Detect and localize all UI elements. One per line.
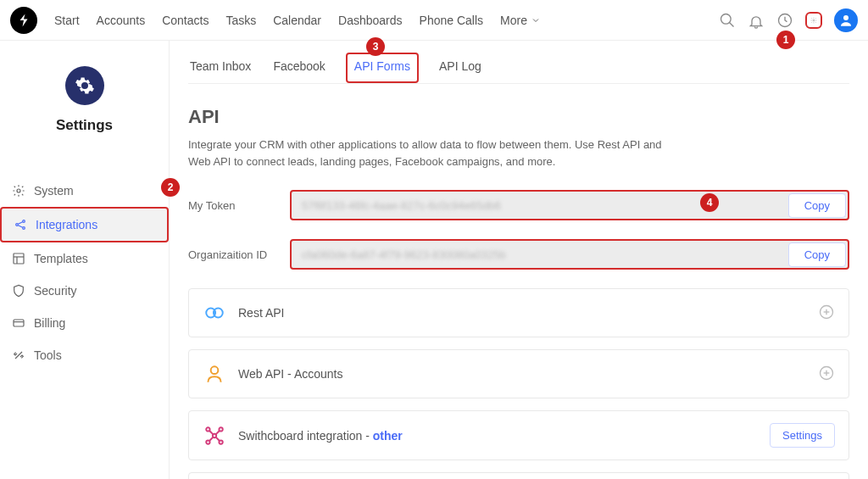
plus-circle-icon[interactable] (818, 304, 835, 323)
callout-2: 2 (161, 178, 180, 197)
svg-point-25 (213, 433, 216, 437)
sidebar-item-label: Templates (34, 252, 88, 265)
card-label-link[interactable]: other (373, 429, 403, 443)
card-label-prefix: Swithcboard integration - (238, 429, 373, 443)
card-icon (12, 316, 25, 330)
sidebar-item-label: Billing (34, 316, 65, 330)
nav-right (719, 8, 858, 32)
sidebar-gear-icon (65, 66, 104, 105)
svg-rect-11 (14, 253, 24, 264)
org-label: Organizaition ID (188, 248, 290, 261)
nav-accounts[interactable]: Accounts (97, 14, 146, 27)
layout-icon (12, 252, 25, 265)
top-nav: Start Accounts Contacts Tasks Calendar D… (0, 0, 868, 41)
svg-point-27 (219, 427, 222, 431)
clock-icon[interactable] (776, 12, 793, 29)
sidebar-item-tools[interactable]: Tools (0, 339, 169, 371)
tab-team-inbox[interactable]: Team Inbox (188, 53, 253, 83)
token-field: 57f8f133-46fc-4aae-827c-6c0c94e65db6 Cop… (290, 190, 849, 220)
user-avatar[interactable] (834, 8, 858, 32)
nav-phone-calls[interactable]: Phone Calls (420, 14, 484, 27)
svg-point-4 (843, 15, 849, 20)
sidebar-header: Settings (0, 41, 169, 149)
share-icon (14, 218, 27, 231)
svg-rect-14 (14, 320, 24, 326)
network-icon (203, 424, 226, 448)
svg-line-32 (209, 437, 213, 440)
sidebar-item-label: Security (34, 284, 77, 298)
tab-facebook[interactable]: Facebook (271, 53, 326, 83)
sidebar-item-system[interactable]: System (0, 175, 169, 207)
org-row: Organizaition ID cfa060de-6a87-4f79-9623… (188, 239, 849, 270)
page-description: Integrate your CRM with other applicatio… (188, 136, 663, 170)
card-rest-api[interactable]: Rest API (188, 288, 849, 337)
svg-line-10 (18, 226, 22, 228)
svg-point-6 (16, 224, 19, 226)
svg-point-5 (17, 189, 20, 192)
svg-line-33 (216, 437, 220, 440)
token-row: My Token 57f8f133-46fc-4aae-827c-6c0c94e… (188, 190, 849, 220)
page-heading: API (188, 106, 849, 128)
token-label: My Token (188, 199, 290, 212)
nav-contacts[interactable]: Contacts (162, 14, 209, 27)
svg-point-26 (206, 427, 209, 431)
sidebar: Settings System Integrations Templates S… (0, 41, 170, 479)
callout-3: 3 (366, 37, 385, 56)
bell-icon[interactable] (748, 12, 765, 29)
callout-1: 1 (776, 31, 795, 49)
tab-api-forms[interactable]: API Forms (346, 53, 419, 83)
nav-calendar[interactable]: Calendar (273, 14, 321, 27)
sidebar-item-security[interactable]: Security (0, 275, 169, 307)
nav-start[interactable]: Start (54, 14, 80, 27)
integration-tabs: Team Inbox Facebook API Forms API Log (188, 53, 849, 84)
link-icon (203, 301, 226, 325)
settings-gear-icon[interactable] (805, 12, 822, 29)
org-value: cfa060de-6a87-4f79-9623-830080a0325b (292, 248, 787, 261)
sidebar-menu: System Integrations Templates Security B… (0, 175, 169, 371)
svg-point-29 (219, 440, 222, 443)
card-switchboard[interactable]: Swithcboard integration - other Settings (188, 410, 849, 460)
svg-line-9 (18, 222, 22, 225)
chevron-down-icon (531, 15, 541, 25)
plus-circle-icon[interactable] (818, 365, 835, 384)
svg-line-30 (209, 431, 213, 434)
sidebar-title: Settings (8, 117, 160, 134)
svg-point-21 (211, 366, 219, 374)
copy-org-button[interactable]: Copy (788, 242, 846, 267)
card-label: Swithcboard integration - other (238, 429, 403, 443)
sidebar-item-label: System (34, 184, 74, 198)
tab-api-log[interactable]: API Log (437, 53, 483, 83)
callout-4: 4 (700, 193, 719, 212)
svg-point-0 (721, 14, 732, 24)
card-web-api-tickets[interactable]: Web API - Tickets (188, 472, 849, 479)
sidebar-item-templates[interactable]: Templates (0, 242, 169, 275)
nav-dashboards[interactable]: Dashboards (338, 14, 403, 27)
sidebar-item-billing[interactable]: Billing (0, 307, 169, 339)
svg-line-1 (730, 22, 734, 26)
svg-point-3 (813, 19, 815, 21)
svg-point-8 (23, 227, 25, 230)
card-label: Web API - Accounts (238, 367, 342, 381)
card-settings-button[interactable]: Settings (770, 423, 835, 448)
sidebar-item-integrations[interactable]: Integrations (0, 207, 169, 242)
app-logo[interactable] (10, 7, 37, 34)
nav-tasks[interactable]: Tasks (225, 14, 256, 27)
nav-links: Start Accounts Contacts Tasks Calendar D… (54, 14, 541, 27)
tools-icon (12, 348, 25, 362)
sidebar-item-label: Tools (34, 348, 62, 362)
shield-icon (12, 284, 25, 298)
main-content: Team Inbox Facebook API Forms API Log AP… (170, 41, 868, 479)
nav-more-label: More (500, 14, 527, 27)
person-icon (203, 362, 226, 386)
copy-token-button[interactable]: Copy (788, 193, 846, 218)
search-icon[interactable] (719, 12, 736, 29)
card-web-api-accounts[interactable]: Web API - Accounts (188, 349, 849, 398)
org-field: cfa060de-6a87-4f79-9623-830080a0325b Cop… (290, 239, 849, 270)
sidebar-item-label: Integrations (36, 218, 97, 231)
svg-line-31 (216, 431, 220, 434)
svg-point-28 (206, 440, 209, 443)
nav-more[interactable]: More (500, 14, 541, 27)
card-label: Rest API (238, 306, 284, 320)
gear-icon (12, 184, 25, 198)
svg-point-7 (23, 220, 25, 223)
